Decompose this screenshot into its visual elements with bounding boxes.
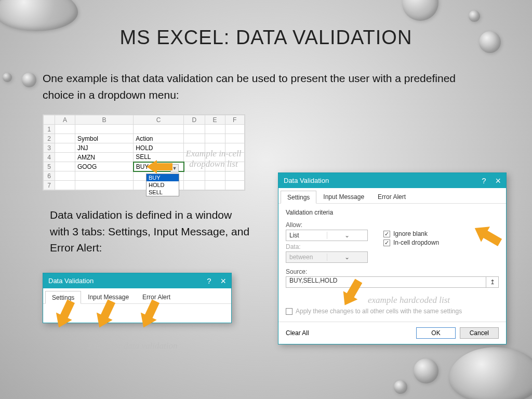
row-header: 3: [44, 143, 55, 153]
col-header: C: [134, 115, 184, 125]
data-combo: between⌄: [286, 251, 368, 263]
slide-title: MS EXCEL: DATA VALIDATION: [0, 13, 532, 49]
mid-text: Data validation is defined in a window w…: [50, 207, 252, 256]
dialog-large: Data Validation ? × Settings Input Messa…: [278, 172, 507, 344]
row-header: 6: [44, 171, 55, 181]
bubble-decor: [469, 10, 480, 22]
row-header: 4: [44, 153, 55, 162]
close-icon[interactable]: ×: [495, 178, 501, 184]
chevron-down-icon: ⌄: [327, 254, 368, 261]
source-input[interactable]: BUY,SELL,HOLD: [286, 276, 486, 288]
dialog-title-text: Data Validation: [284, 177, 329, 184]
dialog-titlebar: Data Validation ? ×: [43, 273, 231, 288]
row-header: 1: [44, 125, 55, 134]
dropdown-option[interactable]: BUY: [147, 174, 179, 181]
source-label: Source:: [286, 268, 499, 275]
cell: JNJ: [75, 143, 133, 153]
cell: GOOG: [75, 162, 133, 171]
cell: Symbol: [75, 134, 133, 143]
clear-all-button[interactable]: Clear All: [286, 329, 309, 337]
cancel-button[interactable]: Cancel: [460, 327, 499, 339]
col-header: F: [225, 115, 244, 125]
tab-input-message[interactable]: Input Message: [316, 190, 371, 203]
help-icon[interactable]: ?: [207, 276, 211, 285]
cell: Action: [134, 134, 184, 143]
bubble-decor: [414, 358, 438, 383]
col-header: B: [75, 115, 133, 125]
caption-dropdown: Example in-cell dropdown list: [175, 149, 252, 169]
tab-settings[interactable]: Settings: [281, 191, 316, 204]
dialog-title-text: Data Validation: [48, 277, 94, 285]
allow-label: Allow:: [286, 221, 368, 229]
allow-combo[interactable]: List⌄: [286, 230, 368, 241]
help-icon[interactable]: ?: [482, 176, 486, 185]
caption-tabs: 3 tabs for data validation: [60, 341, 205, 351]
intro-text: One example is that data validation can …: [43, 70, 479, 103]
tab-error-alert[interactable]: Error Alert: [371, 190, 413, 203]
dropdown-option[interactable]: SELL: [147, 189, 179, 196]
caption-hardcoded: example hardcoded list: [368, 295, 493, 305]
bubble-decor: [394, 380, 407, 394]
dropdown-list: BUY HOLD SELL: [146, 174, 179, 196]
bubble-decor: [3, 73, 12, 82]
col-header: D: [184, 115, 205, 125]
bubble-decor: [479, 31, 501, 53]
tabs-row: Settings Input Message Error Alert: [278, 188, 506, 204]
cell: AMZN: [75, 153, 133, 162]
criteria-label: Validation criteria: [286, 209, 499, 216]
apply-all-checkbox: ✓Apply these changes to all other cells …: [286, 308, 499, 315]
ignore-blank-checkbox[interactable]: ✓Ignore blank: [383, 230, 439, 237]
dialog-titlebar: Data Validation ? ×: [278, 173, 506, 188]
close-icon[interactable]: ×: [220, 278, 226, 284]
range-picker-icon[interactable]: ↥: [486, 276, 499, 288]
ok-button[interactable]: OK: [416, 327, 455, 339]
row-header: 7: [44, 181, 55, 190]
corner-cell: [44, 115, 55, 125]
bubble-decor: [449, 347, 532, 399]
col-header: E: [205, 115, 225, 125]
dropdown-option[interactable]: HOLD: [147, 181, 179, 189]
chevron-down-icon: ⌄: [327, 232, 368, 239]
bubble-decor: [22, 73, 36, 87]
incell-dropdown-checkbox[interactable]: ✓In-cell dropdown: [383, 239, 439, 246]
data-label: Data:: [286, 243, 368, 250]
row-header: 5: [44, 162, 55, 171]
svg-marker-0: [147, 160, 172, 174]
col-header: A: [55, 115, 75, 125]
row-header: 2: [44, 134, 55, 143]
arrow-icon: [147, 160, 172, 174]
